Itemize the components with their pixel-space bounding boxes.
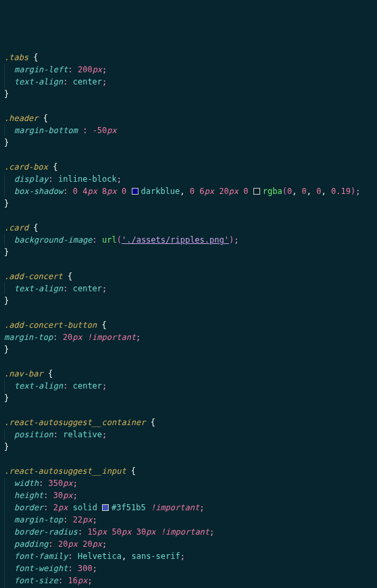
css-property: position [14,430,53,439]
css-selector: .add-concert-button [4,320,97,330]
css-property: margin-bottom [14,126,82,135]
css-property: font-family [14,552,68,561]
css-property: margin-top [14,515,63,524]
css-property: padding [14,539,49,549]
css-property: border [14,503,43,512]
css-property: background-image [14,235,93,245]
css-property: text-align [14,381,63,391]
css-property: text-align [14,284,63,293]
css-property: font-size [14,576,58,585]
css-selector: .tabs [4,53,28,62]
css-selector: .react-autosuggest__input [4,466,126,476]
css-property: display [14,174,49,184]
css-property: font-weight [14,564,68,573]
css-property: margin-top [4,333,53,342]
css-property: margin-left [14,65,68,74]
css-property: border-radius [14,527,78,537]
css-selector: .add-concert [4,272,63,281]
css-selector: .card [4,223,28,232]
css-selector: .react-autosuggest__container [4,418,146,427]
css-selector: .nav-bar [4,369,43,378]
css-property: text-align [14,77,63,87]
color-swatch [253,188,260,195]
color-swatch [132,188,139,195]
css-selector: .card-box [4,162,48,172]
css-selector: .header [4,114,39,123]
css-property: height [14,491,43,500]
code-editor[interactable]: .tabs {margin-left: 200px;text-align: ce… [4,51,373,588]
css-property: box-shadow [14,187,63,196]
color-swatch [102,504,109,511]
css-property: width [14,479,39,488]
